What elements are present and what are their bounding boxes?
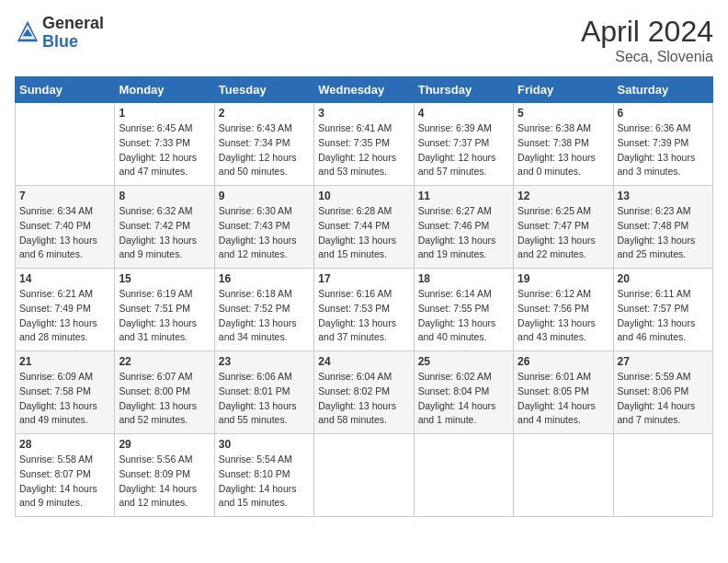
header-tuesday: Tuesday [214,77,313,103]
day-info: Sunrise: 6:21 AM Sunset: 7:49 PM Dayligh… [19,287,110,345]
logo-icon [15,18,40,44]
day-number: 20 [618,272,709,285]
calendar-cell: 13Sunrise: 6:23 AM Sunset: 7:48 PM Dayli… [613,186,712,269]
day-number: 8 [119,190,210,202]
day-number: 5 [518,107,609,120]
day-number: 22 [119,355,210,368]
calendar-cell: 8Sunrise: 6:32 AM Sunset: 7:42 PM Daylig… [115,186,214,269]
calendar-cell: 6Sunrise: 6:36 AM Sunset: 7:39 PM Daylig… [613,103,712,186]
day-info: Sunrise: 6:43 AM Sunset: 7:34 PM Dayligh… [219,121,310,179]
calendar-cell: 19Sunrise: 6:12 AM Sunset: 7:56 PM Dayli… [514,269,613,351]
calendar-cell: 7Sunrise: 6:34 AM Sunset: 7:40 PM Daylig… [16,186,115,269]
day-info: Sunrise: 6:39 AM Sunset: 7:37 PM Dayligh… [418,121,509,179]
page-header: General Blue April 2024 Seca, Slovenia [15,15,713,65]
header-saturday: Saturday [613,77,712,103]
day-info: Sunrise: 6:06 AM Sunset: 8:01 PM Dayligh… [219,370,310,428]
day-info: Sunrise: 6:41 AM Sunset: 7:35 PM Dayligh… [318,121,409,179]
day-number: 28 [19,438,110,451]
day-info: Sunrise: 6:01 AM Sunset: 8:05 PM Dayligh… [518,370,609,428]
calendar-cell: 4Sunrise: 6:39 AM Sunset: 7:37 PM Daylig… [414,103,513,186]
calendar-week-4: 21Sunrise: 6:09 AM Sunset: 7:58 PM Dayli… [16,351,713,434]
day-info: Sunrise: 6:32 AM Sunset: 7:42 PM Dayligh… [119,204,210,262]
day-info: Sunrise: 6:14 AM Sunset: 7:55 PM Dayligh… [418,287,509,345]
day-number: 14 [19,272,110,285]
day-info: Sunrise: 6:11 AM Sunset: 7:57 PM Dayligh… [618,287,709,345]
calendar-cell: 30Sunrise: 5:54 AM Sunset: 8:10 PM Dayli… [214,434,313,517]
day-number: 29 [119,438,210,451]
calendar-cell: 22Sunrise: 6:07 AM Sunset: 8:00 PM Dayli… [115,351,214,434]
day-info: Sunrise: 6:02 AM Sunset: 8:04 PM Dayligh… [418,370,509,428]
day-info: Sunrise: 6:34 AM Sunset: 7:40 PM Dayligh… [19,204,110,262]
header-sunday: Sunday [16,77,115,103]
day-number: 21 [19,355,110,368]
calendar-cell: 2Sunrise: 6:43 AM Sunset: 7:34 PM Daylig… [214,103,313,186]
day-number: 13 [618,190,709,202]
day-number: 26 [518,355,609,368]
day-info: Sunrise: 6:16 AM Sunset: 7:53 PM Dayligh… [318,287,409,345]
header-thursday: Thursday [414,77,513,103]
calendar-cell [314,434,414,517]
calendar-cell: 23Sunrise: 6:06 AM Sunset: 8:01 PM Dayli… [214,351,313,434]
header-monday: Monday [115,77,214,103]
day-info: Sunrise: 6:12 AM Sunset: 7:56 PM Dayligh… [518,287,609,345]
day-info: Sunrise: 6:30 AM Sunset: 7:43 PM Dayligh… [219,204,310,262]
calendar-cell [514,434,613,517]
day-info: Sunrise: 6:04 AM Sunset: 8:02 PM Dayligh… [318,370,409,428]
calendar-cell [414,434,513,517]
calendar-cell: 9Sunrise: 6:30 AM Sunset: 7:43 PM Daylig… [214,186,313,269]
calendar-cell: 1Sunrise: 6:45 AM Sunset: 7:33 PM Daylig… [115,103,214,186]
calendar-cell: 11Sunrise: 6:27 AM Sunset: 7:46 PM Dayli… [414,186,513,269]
day-number: 23 [219,355,310,368]
day-number: 9 [219,190,310,202]
calendar-cell: 17Sunrise: 6:16 AM Sunset: 7:53 PM Dayli… [314,269,414,351]
month-title: April 2024 [581,15,713,49]
calendar-table: SundayMondayTuesdayWednesdayThursdayFrid… [15,76,713,517]
title-section: April 2024 Seca, Slovenia [581,15,713,65]
calendar-cell: 21Sunrise: 6:09 AM Sunset: 7:58 PM Dayli… [16,351,115,434]
day-info: Sunrise: 5:54 AM Sunset: 8:10 PM Dayligh… [219,453,310,511]
day-number: 7 [19,190,110,202]
day-info: Sunrise: 6:38 AM Sunset: 7:38 PM Dayligh… [518,121,609,179]
calendar-cell: 20Sunrise: 6:11 AM Sunset: 7:57 PM Dayli… [613,269,712,351]
calendar-cell: 12Sunrise: 6:25 AM Sunset: 7:47 PM Dayli… [514,186,613,269]
day-number: 17 [318,272,409,285]
day-info: Sunrise: 5:59 AM Sunset: 8:06 PM Dayligh… [618,370,709,428]
day-info: Sunrise: 6:23 AM Sunset: 7:48 PM Dayligh… [618,204,709,262]
calendar-cell: 10Sunrise: 6:28 AM Sunset: 7:44 PM Dayli… [314,186,414,269]
header-wednesday: Wednesday [314,77,414,103]
calendar-week-1: 1Sunrise: 6:45 AM Sunset: 7:33 PM Daylig… [16,103,713,186]
calendar-cell: 16Sunrise: 6:18 AM Sunset: 7:52 PM Dayli… [214,269,313,351]
calendar-cell: 26Sunrise: 6:01 AM Sunset: 8:05 PM Dayli… [514,351,613,434]
day-number: 19 [518,272,609,285]
calendar-cell: 18Sunrise: 6:14 AM Sunset: 7:55 PM Dayli… [414,269,513,351]
logo-blue-text: Blue [42,33,104,52]
location-subtitle: Seca, Slovenia [581,49,713,65]
calendar-body: 1Sunrise: 6:45 AM Sunset: 7:33 PM Daylig… [16,103,713,517]
day-number: 2 [219,107,310,120]
day-number: 25 [418,355,509,368]
calendar-cell: 27Sunrise: 5:59 AM Sunset: 8:06 PM Dayli… [613,351,712,434]
calendar-header-row: SundayMondayTuesdayWednesdayThursdayFrid… [16,77,713,103]
day-number: 24 [318,355,409,368]
day-number: 16 [219,272,310,285]
logo-general-text: General [42,15,104,33]
day-info: Sunrise: 6:28 AM Sunset: 7:44 PM Dayligh… [318,204,409,262]
calendar-cell: 15Sunrise: 6:19 AM Sunset: 7:51 PM Dayli… [115,269,214,351]
day-info: Sunrise: 6:25 AM Sunset: 7:47 PM Dayligh… [518,204,609,262]
day-number: 3 [318,107,409,120]
calendar-cell: 25Sunrise: 6:02 AM Sunset: 8:04 PM Dayli… [414,351,513,434]
calendar-week-2: 7Sunrise: 6:34 AM Sunset: 7:40 PM Daylig… [16,186,713,269]
day-info: Sunrise: 6:18 AM Sunset: 7:52 PM Dayligh… [219,287,310,345]
calendar-cell: 28Sunrise: 5:58 AM Sunset: 8:07 PM Dayli… [16,434,115,517]
calendar-cell: 24Sunrise: 6:04 AM Sunset: 8:02 PM Dayli… [314,351,414,434]
day-info: Sunrise: 6:19 AM Sunset: 7:51 PM Dayligh… [119,287,210,345]
day-number: 1 [119,107,210,120]
day-number: 27 [618,355,709,368]
day-number: 11 [418,190,509,202]
day-info: Sunrise: 6:09 AM Sunset: 7:58 PM Dayligh… [19,370,110,428]
calendar-cell [613,434,712,517]
day-number: 12 [518,190,609,202]
calendar-cell [16,103,115,186]
calendar-cell: 3Sunrise: 6:41 AM Sunset: 7:35 PM Daylig… [314,103,414,186]
calendar-cell: 29Sunrise: 5:56 AM Sunset: 8:09 PM Dayli… [115,434,214,517]
